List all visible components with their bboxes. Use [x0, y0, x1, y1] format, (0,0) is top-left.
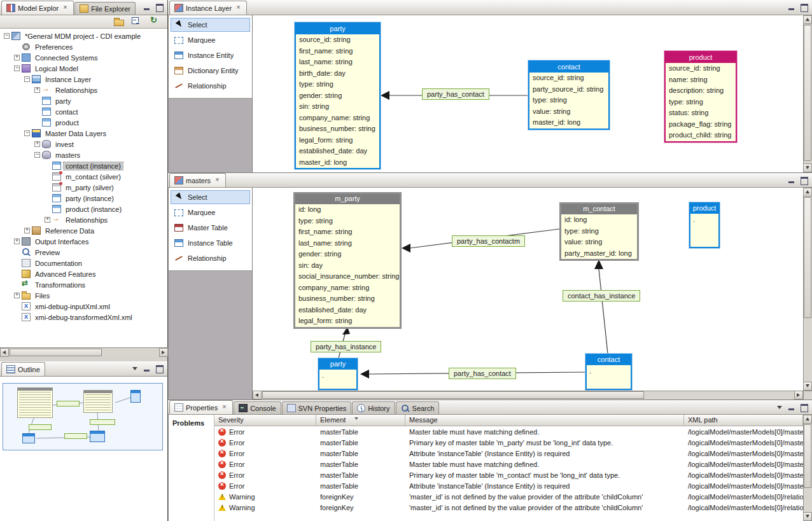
- tree-item[interactable]: *General MDM project - CDI example: [0, 31, 167, 41]
- tree-item[interactable]: Relationships: [0, 214, 167, 225]
- entity-attribute[interactable]: product_child: string: [666, 130, 736, 141]
- palette-tool[interactable]: Select: [171, 18, 250, 32]
- entity-attribute[interactable]: source_id: string: [529, 73, 608, 84]
- entity-title[interactable]: contact: [529, 62, 608, 73]
- tree-expander-icon[interactable]: [24, 228, 30, 233]
- maximize-icon[interactable]: [155, 4, 163, 11]
- tree-expander-icon[interactable]: [14, 66, 20, 71]
- tree-item[interactable]: contact (instance): [0, 160, 167, 171]
- tree-expander-icon[interactable]: [34, 141, 40, 147]
- palette-tool[interactable]: Marquee: [171, 33, 250, 47]
- entity-product[interactable]: product source_id: stringname: stringdes…: [664, 51, 737, 142]
- entity-title[interactable]: product: [666, 52, 736, 63]
- scrollbar-thumb[interactable]: [804, 424, 811, 488]
- entity-attribute[interactable]: legal_form: string: [296, 135, 379, 146]
- problem-row[interactable]: Error masterTable Master table must have…: [214, 426, 803, 437]
- entity-m-contact[interactable]: m_contact id: longtype: stringvalue: str…: [559, 202, 639, 261]
- close-icon[interactable]: [214, 177, 221, 184]
- tree-item[interactable]: Advanced Features: [0, 268, 167, 279]
- maximize-icon[interactable]: [800, 404, 808, 411]
- tree-item[interactable]: Instance Layer: [0, 74, 167, 85]
- entity-attribute[interactable]: company_name: string: [295, 282, 400, 294]
- tree-expander-icon[interactable]: [14, 55, 20, 60]
- tree-item[interactable]: m_contact (silver): [0, 171, 167, 182]
- tab-file-explorer[interactable]: File Explorer: [74, 2, 136, 15]
- palette-tool[interactable]: Instance Entity: [171, 48, 250, 62]
- entity-title[interactable]: party: [319, 359, 356, 370]
- tree-expander-icon[interactable]: [4, 33, 10, 39]
- scroll-down-icon[interactable]: [803, 382, 812, 391]
- bottom-tab[interactable]: Properties: [169, 400, 233, 414]
- entity-attribute[interactable]: description: string: [666, 85, 736, 97]
- entity-attribute[interactable]: value: string: [529, 106, 608, 118]
- scroll-left-icon[interactable]: [253, 391, 262, 399]
- tab-instance-layer[interactable]: Instance Layer: [169, 1, 247, 15]
- scroll-right-icon[interactable]: [794, 391, 803, 399]
- entity-product-instance[interactable]: product .: [689, 202, 720, 248]
- masters-canvas[interactable]: m_party id: longtype: stringfirst_name: …: [253, 188, 803, 391]
- palette-tool[interactable]: Marquee: [171, 205, 250, 219]
- scroll-left-icon[interactable]: [0, 348, 9, 357]
- entity-attribute[interactable]: .: [690, 214, 718, 223]
- problem-row[interactable]: Warning foreignKey 'master_id' is not de…: [214, 491, 803, 502]
- problem-row[interactable]: Error masterTable Primary key of master …: [214, 469, 803, 480]
- relation-party-has-contact[interactable]: party_has_contact: [422, 88, 489, 100]
- scroll-right-icon[interactable]: [159, 348, 168, 357]
- tree-expander-icon[interactable]: [14, 293, 20, 298]
- tree-item[interactable]: masters: [0, 149, 167, 160]
- entity-title[interactable]: m_contact: [561, 204, 637, 214]
- entity-attribute[interactable]: established_date: day: [295, 305, 400, 316]
- entity-attribute[interactable]: id: long: [561, 214, 637, 226]
- palette-tool[interactable]: Relationship: [171, 251, 250, 265]
- entity-attribute[interactable]: name: string: [666, 74, 736, 86]
- bottom-tab[interactable]: Console: [234, 401, 281, 414]
- problem-row[interactable]: Error masterTable Attribute 'instanceTab…: [214, 480, 803, 491]
- tree-item[interactable]: Documentation: [0, 258, 167, 268]
- masters-vscrollbar[interactable]: [803, 188, 812, 391]
- entity-attribute[interactable]: sin: string: [296, 101, 379, 113]
- problems-vscrollbar[interactable]: [803, 415, 812, 521]
- entity-party-instance[interactable]: party .: [318, 358, 358, 390]
- view-menu-icon[interactable]: [776, 404, 783, 411]
- close-icon[interactable]: [235, 4, 242, 12]
- entity-attribute[interactable]: sin: day: [295, 260, 400, 272]
- tree-item[interactable]: party (instance): [0, 193, 167, 204]
- minimize-icon[interactable]: [143, 4, 151, 11]
- entity-contact[interactable]: contact source_id: stringparty_source_id…: [528, 60, 610, 130]
- entity-attribute[interactable]: party_source_id: string: [529, 84, 608, 95]
- tree-item[interactable]: Transformations: [0, 279, 167, 290]
- entity-attribute[interactable]: type: string: [295, 216, 400, 227]
- problem-row[interactable]: Error masterTable Master table must have…: [214, 459, 803, 469]
- entity-attribute[interactable]: birth_date: day: [296, 68, 379, 80]
- scrollbar-thumb[interactable]: [262, 391, 644, 399]
- maximize-icon[interactable]: [155, 365, 163, 372]
- instance-canvas[interactable]: party source_id: stringfirst_name: strin…: [253, 15, 803, 172]
- tree-item[interactable]: product: [0, 117, 167, 128]
- entity-attribute[interactable]: gender: string: [295, 249, 400, 260]
- entity-party[interactable]: party source_id: stringfirst_name: strin…: [295, 22, 381, 169]
- tab-masters[interactable]: masters: [169, 173, 226, 187]
- entity-attribute[interactable]: gender: string: [296, 90, 379, 102]
- entity-attribute[interactable]: type: string: [561, 226, 637, 237]
- tree-item[interactable]: contact: [0, 106, 167, 117]
- scroll-up-icon[interactable]: [803, 188, 812, 197]
- entity-attribute[interactable]: master_id: long: [529, 117, 608, 129]
- masters-hscrollbar[interactable]: [253, 391, 803, 399]
- entity-attribute[interactable]: source_id: string: [666, 63, 736, 74]
- entity-attribute[interactable]: .: [587, 365, 631, 374]
- entity-title[interactable]: contact: [587, 355, 631, 365]
- entity-title[interactable]: party: [296, 24, 379, 34]
- bottom-tab[interactable]: Search: [396, 401, 440, 414]
- minimize-icon[interactable]: [788, 404, 795, 411]
- tree-item[interactable]: product (instance): [0, 204, 167, 214]
- palette-tool[interactable]: Instance Table: [171, 236, 250, 250]
- minimize-icon[interactable]: [788, 4, 795, 11]
- bottom-tab[interactable]: SVN Properties: [282, 401, 352, 414]
- column-element[interactable]: Element: [316, 415, 405, 426]
- tab-model-explorer[interactable]: Model Explor: [1, 1, 74, 15]
- entity-attribute[interactable]: business_number: string: [296, 123, 379, 135]
- entity-attribute[interactable]: package_flag: string: [666, 119, 736, 130]
- relation-contact-has-instance[interactable]: contact_has_instance: [563, 290, 640, 302]
- relation-party-has-instance[interactable]: party_has_instance: [311, 341, 381, 352]
- entity-attribute[interactable]: social_insurance_number: string: [295, 271, 400, 282]
